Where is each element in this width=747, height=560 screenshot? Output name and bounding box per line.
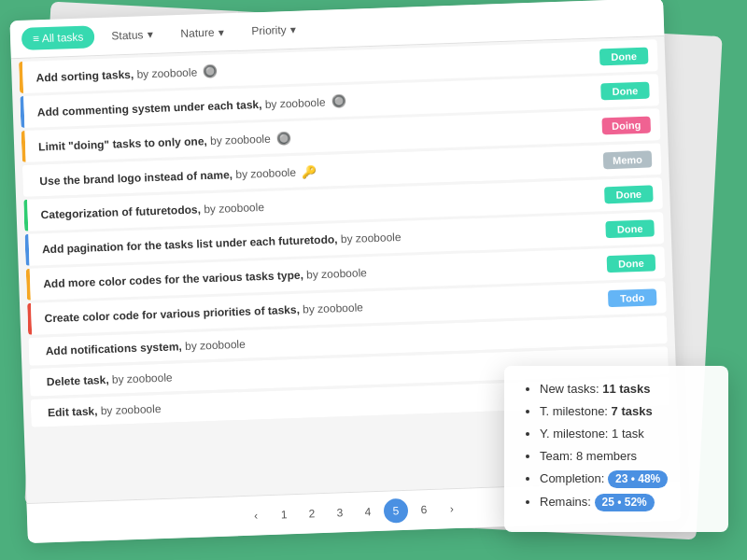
task-name: Categorization of futuretodos, [40, 203, 201, 221]
priority-filter-arrow: ▾ [289, 23, 295, 36]
stats-label: New tasks: [540, 382, 602, 396]
stats-item: Y. milestone: 1 task [540, 426, 710, 442]
pagination-page-4[interactable]: 4 [356, 499, 381, 525]
task-status-badge: Done [604, 185, 654, 203]
task-icon: 🔘 [276, 130, 292, 145]
pagination-page-3[interactable]: 3 [328, 500, 353, 525]
priority-filter-label: Priority [251, 23, 287, 37]
task-status-badge: Doing [601, 117, 651, 135]
stats-list: New tasks: 11 tasksT. milestone: 7 tasks… [523, 381, 710, 511]
pagination-page-6[interactable]: 6 [412, 497, 437, 523]
nature-filter[interactable]: Nature ▾ [169, 21, 235, 45]
stats-item: Remains: 25 • 52% [540, 494, 710, 511]
task-name: Add sorting tasks, [35, 67, 134, 84]
task-name: Delete task, [47, 373, 109, 388]
stats-value: 11 tasks [602, 382, 650, 396]
stats-value: 25 • 52% [595, 494, 655, 511]
stats-item: Team: 8 members [540, 448, 710, 465]
nature-filter-label: Nature [180, 26, 214, 40]
task-name: Add more color codes for the various tas… [43, 269, 303, 291]
pagination-prev[interactable]: ‹ [244, 503, 269, 528]
task-name: Add commenting system under each task, [37, 98, 262, 119]
task-author: by zooboole [182, 338, 247, 353]
task-author: by zooboole [261, 95, 326, 110]
task-icon: 🔑 [302, 164, 317, 179]
task-name: Use the brand logo instead of name, [39, 168, 233, 188]
stats-item: Completion: 23 • 48% [540, 470, 710, 488]
stats-value: 1 task [612, 427, 644, 441]
task-author: by zooboole [303, 266, 368, 281]
stats-label: Team: [540, 449, 576, 463]
task-status-badge: Done [599, 48, 649, 66]
status-filter-label: Status [111, 28, 143, 42]
task-status-badge: Memo [603, 150, 653, 169]
task-name: Limit "doing" tasks to only one, [38, 134, 207, 153]
task-status-badge: Done [605, 219, 655, 238]
task-author: by zooboole [97, 402, 162, 417]
task-icon: 🔘 [203, 63, 218, 78]
task-name: Add pagination for the tasks list under … [42, 232, 338, 256]
all-tasks-filter[interactable]: ≡ All tasks [21, 25, 95, 50]
stats-value: 7 tasks [612, 404, 653, 418]
task-name: Add notifications system, [46, 340, 182, 357]
priority-filter[interactable]: Priority ▾ [240, 18, 307, 42]
task-name: Create color code for various priorities… [44, 303, 300, 326]
task-author: by zooboole [233, 165, 297, 180]
task-author: by zooboole [300, 301, 364, 315]
task-author: by zooboole [134, 65, 198, 80]
stats-value: 23 • 48% [608, 470, 668, 488]
task-status-badge: Todo [608, 288, 657, 307]
task-status-badge: Done [600, 82, 650, 101]
task-icon: 🔘 [331, 93, 346, 108]
stats-label: Y. milestone: [540, 427, 612, 441]
nature-filter-arrow: ▾ [218, 25, 223, 38]
stats-label: Completion: [540, 471, 608, 485]
stats-item: T. milestone: 7 tasks [540, 403, 710, 420]
status-filter-arrow: ▾ [147, 28, 152, 41]
status-filter[interactable]: Status ▾ [100, 23, 164, 48]
stats-label: Remains: [540, 495, 595, 509]
task-author: by zooboole [201, 201, 265, 216]
pagination-page-1[interactable]: 1 [272, 502, 297, 527]
stats-item: New tasks: 11 tasks [540, 381, 710, 398]
pagination-page-2[interactable]: 2 [300, 501, 325, 526]
stats-card: New tasks: 11 tasksT. milestone: 7 tasks… [504, 366, 728, 532]
task-author: by zooboole [108, 371, 173, 386]
task-name: Edit task, [48, 404, 98, 419]
task-author: by zooboole [337, 231, 402, 245]
pagination-page-5[interactable]: 5 [384, 498, 409, 524]
stats-value: 8 members [576, 449, 637, 463]
task-author: by zooboole [207, 132, 272, 147]
pagination-next[interactable]: › [440, 497, 465, 522]
task-status-badge: Done [607, 254, 656, 273]
stats-label: T. milestone: [540, 404, 612, 418]
